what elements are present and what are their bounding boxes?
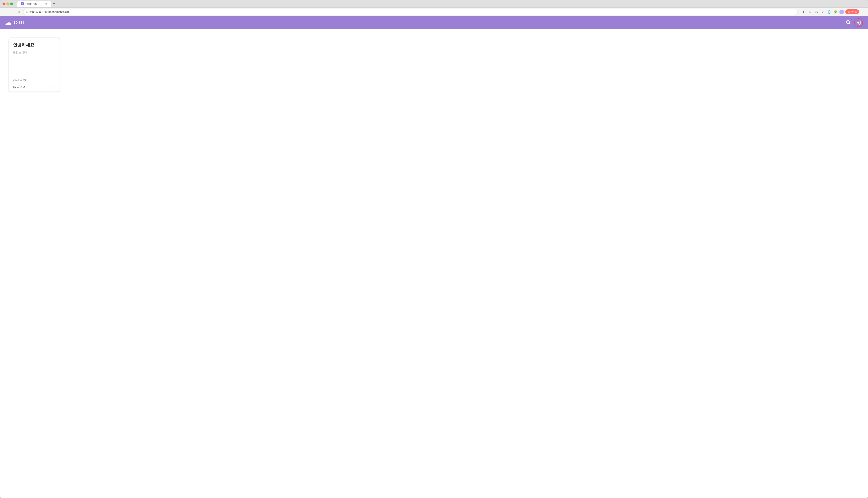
app-header: ☁ ODI xyxy=(0,16,868,29)
profile-icon[interactable] xyxy=(839,10,844,14)
update-button[interactable]: 업데이트 xyxy=(845,9,859,14)
tab-bar: R React App ✕ + xyxy=(17,1,866,6)
url-security-label: 주의 요함 xyxy=(29,10,41,14)
browser-toolbar: ← → ↺ ⚠ 주의 요함 | ourdepartmentis.site ⬇ ☆… xyxy=(0,8,868,16)
main-content: 안녕하세요 반갑습니다 2023-09-01 by 임은상 ♡ 0 xyxy=(0,29,868,498)
url-separator: | xyxy=(42,10,43,13)
post-footer: by 임은상 ♡ 0 xyxy=(9,83,60,92)
browser-actions: ⬇ ☆ ▭ ✔ 🌐 🧩 업데이트 ⋮ xyxy=(801,9,866,14)
vpn-icon[interactable]: 🌐 xyxy=(827,9,832,14)
search-button[interactable] xyxy=(844,18,852,27)
back-button[interactable]: ← xyxy=(2,9,8,14)
tab-capture-icon[interactable]: ▭ xyxy=(814,9,819,14)
post-excerpt: 반갑습니다 xyxy=(13,50,55,55)
close-traffic-light[interactable] xyxy=(2,2,5,5)
menu-icon[interactable]: ⋮ xyxy=(860,9,866,14)
extensions-icon[interactable]: 🧩 xyxy=(833,9,838,14)
post-title: 안녕하세요 xyxy=(13,42,55,48)
security-warning-icon: ⚠ xyxy=(26,11,28,13)
heart-icon: ♡ xyxy=(50,85,53,89)
address-bar[interactable]: ⚠ 주의 요함 | ourdepartmentis.site xyxy=(23,9,797,15)
minimize-traffic-light[interactable] xyxy=(7,2,9,5)
post-card[interactable]: 안녕하세요 반갑습니다 2023-09-01 by 임은상 ♡ 0 xyxy=(9,38,60,92)
forward-button[interactable]: → xyxy=(9,9,14,14)
downloads-icon[interactable]: ⬇ xyxy=(801,9,806,14)
logo-text: ODI xyxy=(14,19,25,26)
browser-titlebar: R React App ✕ + xyxy=(0,0,868,8)
app-content: ☁ ODI xyxy=(0,16,868,498)
cloud-icon: ☁ xyxy=(5,19,12,26)
bookmark-icon[interactable]: ☆ xyxy=(807,9,813,14)
maximize-traffic-light[interactable] xyxy=(10,2,13,5)
tab-title: React App xyxy=(25,2,37,5)
likes-count: 0 xyxy=(54,86,55,89)
post-date: 2023-09-01 xyxy=(9,76,60,83)
browser-window: R React App ✕ + ← → ↺ ⚠ 주의 요함 | ourdepar… xyxy=(0,0,868,498)
reload-button[interactable]: ↺ xyxy=(16,9,21,14)
shield-icon[interactable]: ✔ xyxy=(820,9,825,14)
traffic-lights xyxy=(2,2,13,5)
header-actions xyxy=(844,18,863,27)
new-tab-button[interactable]: + xyxy=(53,1,55,6)
browser-tab[interactable]: R React App ✕ xyxy=(17,1,51,6)
svg-line-1 xyxy=(849,23,850,24)
login-button[interactable] xyxy=(854,18,863,27)
tab-close-button[interactable]: ✕ xyxy=(44,2,48,5)
app-logo: ☁ ODI xyxy=(5,19,25,26)
post-likes: ♡ 0 xyxy=(50,85,55,89)
post-author: by 임은상 xyxy=(13,85,25,89)
tab-favicon-icon: R xyxy=(21,2,24,5)
post-card-body: 안녕하세요 반갑습니다 xyxy=(9,38,60,76)
url-display: ourdepartmentis.site xyxy=(44,10,69,13)
